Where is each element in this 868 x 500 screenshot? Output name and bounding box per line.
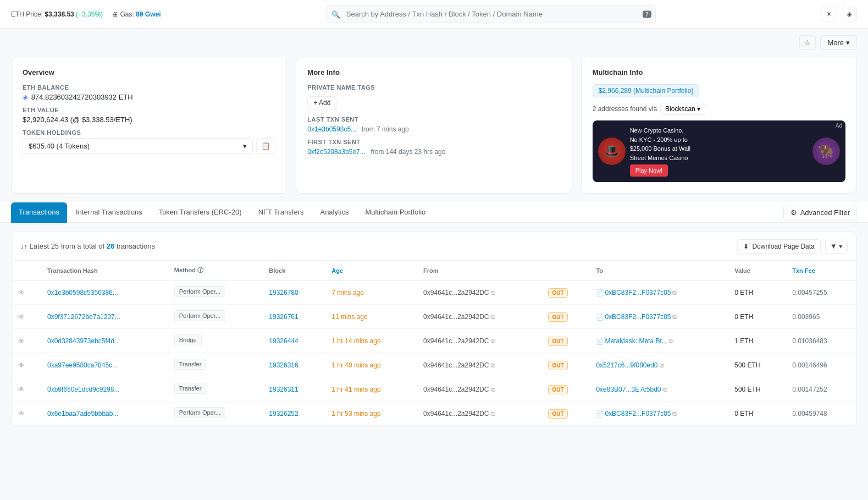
search-input[interactable] [326,5,656,23]
col-header-4[interactable]: Age [325,261,417,281]
row-eye[interactable]: 👁 [12,353,41,377]
from-address: 0x94641c...2a2942DC [423,410,489,417]
to-copy-icon[interactable]: ⧉ [672,410,677,417]
table-row: 👁0x1e3b0598c5356386...Perform Oper...193… [12,281,856,305]
row-to: 📄MetaMask: Meta Br...⧉ [589,329,728,353]
to-copy-icon[interactable]: ⧉ [663,386,667,393]
tab-transactions[interactable]: Transactions [11,202,67,223]
to-address-link[interactable]: 0xBC83F2...F0377c05 [605,410,671,417]
col-header-8: Value [728,261,786,281]
table-filter-button[interactable]: ▼ ▾ [825,239,848,254]
filter-chevron: ▾ [839,242,843,250]
row-age: 1 hr 41 mins ago [325,377,417,402]
from-copy-icon[interactable]: ⧉ [491,289,495,296]
block-link[interactable]: 19326444 [269,337,298,345]
row-from: 0x94641c...2a2942DC⧉ [417,353,541,377]
row-to: 📄0xBC83F2...F0377c05⧉ [589,402,728,426]
eth-balance-label: ETH BALANCE [23,84,275,91]
from-copy-icon[interactable]: ⧉ [491,410,495,417]
private-name-tags-label: PRIVATE NAME TAGS [307,84,560,91]
more-chevron-icon: ▾ [846,39,850,47]
row-age: 11 mins ago [325,305,417,329]
token-dropdown[interactable]: $635.40 (4 Tokens) ▾ [23,138,253,154]
row-block: 19326444 [262,329,325,353]
to-address-link[interactable]: 0xBC83F2...F0377c05 [605,313,671,321]
to-copy-icon[interactable]: ⧉ [669,338,673,344]
row-eye[interactable]: 👁 [12,329,41,353]
topbar: ETH Price: $3,338.53 (+3.35%) 🖨 Gas: 89 … [0,0,868,29]
block-link[interactable]: 19326316 [269,361,298,369]
eth-network-button[interactable]: ◈ [842,7,857,21]
theme-toggle-button[interactable]: ☀ [821,7,837,21]
direction-badge: OUT [548,312,567,322]
tab-token-transfers-(erc-20)[interactable]: Token Transfers (ERC-20) [151,202,250,223]
contract-icon: 📄 [596,338,604,344]
filter-icon: ▼ [830,242,837,250]
page-header: ☆ More ▾ [0,29,868,57]
from-copy-icon[interactable]: ⧉ [491,314,495,320]
last-txn-hash[interactable]: 0x1e3b0598c5... [307,125,356,133]
row-to: 📄0xBC83F2...F0377c05⧉ [589,281,728,305]
tab-analytics[interactable]: Analytics [312,202,356,223]
block-link[interactable]: 19326761 [269,313,298,321]
row-fee: 0.00457255 [786,281,856,305]
to-copy-icon[interactable]: ⧉ [672,314,677,320]
more-button[interactable]: More ▾ [820,35,857,50]
to-address-link[interactable]: 0x5217c6...9f080ed0 [596,361,657,369]
eth-value: $2,920,624.43 (@ $3,338.53/ETH) [23,116,275,124]
row-eye[interactable]: 👁 [12,377,41,402]
search-bar[interactable]: 🔍 7 [326,5,656,23]
addresses-found: 2 addresses found via Blockscan ▾ [593,103,845,115]
txn-hash-link[interactable]: 0x6e1baa7ade5bbbab... [47,410,118,417]
from-address: 0x94641c...2a2942DC [423,313,489,321]
row-method: Perform Oper... [168,305,263,329]
row-eye[interactable]: 👁 [12,305,41,329]
txn-hash-link[interactable]: 0xa97ee9580ca7845c... [47,361,118,369]
ad-play-button[interactable]: Play Now! [630,164,668,177]
blockscan-button[interactable]: Blockscan ▾ [660,103,705,115]
to-address-link[interactable]: MetaMask: Meta Br... [605,337,667,345]
row-block: 19326252 [262,402,325,426]
add-tag-button[interactable]: + Add [307,96,336,109]
from-copy-icon[interactable]: ⧉ [491,386,495,393]
contract-icon: 📄 [596,314,604,320]
from-copy-icon[interactable]: ⧉ [491,338,495,344]
txn-hash-link[interactable]: 0xb9f650e1dcd9c9298... [47,386,119,393]
txn-hash-link[interactable]: 0x1e3b0598c5356386... [47,289,118,296]
tab-nft-transfers[interactable]: NFT Transfers [251,202,312,223]
topbar-left: ETH Price: $3,338.53 (+3.35%) 🖨 Gas: 89 … [11,10,161,18]
row-direction: OUT [541,305,589,329]
advanced-filter-icon: ⚙ [790,208,797,217]
table-row: 👁0xb9f650e1dcd9c9298...Transfer193263111… [12,377,856,402]
row-txn-hash: 0x0d32843973ebc5f4d... [41,329,168,353]
col-header-3: Block [262,261,325,281]
row-method: Perform Oper... [168,281,263,305]
block-link[interactable]: 19326252 [269,410,298,417]
token-dropdown-chevron: ▾ [243,142,247,150]
row-from: 0x94641c...2a2942DC⧉ [417,305,541,329]
row-eye[interactable]: 👁 [12,402,41,426]
block-link[interactable]: 19326311 [269,386,298,393]
ad-text: New Crypto Casino, No KYC - 200% up to $… [626,126,812,177]
tab-multichain-portfolio[interactable]: Multichain Portfolio [358,202,434,223]
to-address-link[interactable]: 0xBC83F2...F0377c05 [605,289,671,296]
to-copy-icon[interactable]: ⧉ [672,289,677,296]
row-eye[interactable]: 👁 [12,281,41,305]
row-method: Transfer [168,377,263,402]
star-button[interactable]: ☆ [799,35,816,50]
direction-badge: OUT [548,361,567,370]
download-page-data-button[interactable]: ⬇ Download Page Data [737,239,820,254]
to-copy-icon[interactable]: ⧉ [660,362,664,369]
txn-hash-link[interactable]: 0x0d32843973ebc5f4d... [47,337,120,345]
from-copy-icon[interactable]: ⧉ [491,362,495,369]
advanced-filter-button[interactable]: ⚙ Advanced Filter [783,205,857,221]
tab-internal-transactions[interactable]: Internal Transactions [68,202,150,223]
last-txn-time: from 7 mins ago [362,125,409,133]
first-txn-hash[interactable]: 0xf2c5208a3b5e7... [307,148,365,156]
row-direction: OUT [541,377,589,402]
block-link[interactable]: 19326780 [269,289,298,296]
transaction-count-link[interactable]: 26 [107,242,114,250]
txn-hash-link[interactable]: 0x9f3712672be7a1207... [47,313,120,321]
token-copy-button[interactable]: 📋 [256,138,275,154]
to-address-link[interactable]: 0xe83B07...3E7c5bd0 [596,386,661,393]
